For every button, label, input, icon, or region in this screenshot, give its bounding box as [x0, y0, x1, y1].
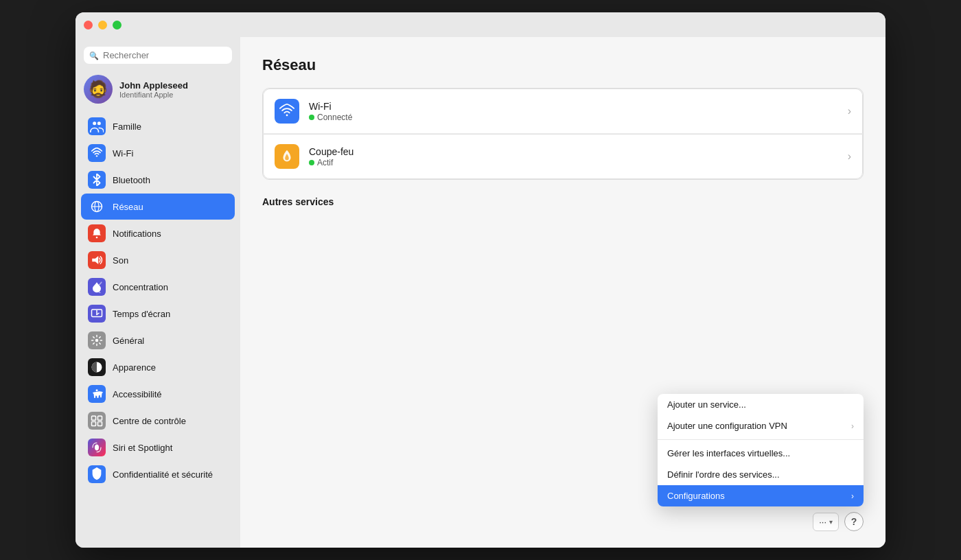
search-input[interactable]: [84, 47, 232, 64]
sidebar-item-centre-controle[interactable]: Centre de contrôle: [81, 408, 235, 434]
autres-services-label: Autres services: [262, 196, 864, 207]
wifi-status-dot: [309, 115, 314, 120]
dropdown-item-label-ajouter-service: Ajouter un service...: [667, 399, 746, 410]
dropdown-item-label-definir-ordre: Définir l'ordre des services...: [667, 469, 780, 480]
firewall-status-dot: [309, 160, 314, 165]
dropdown-item-configurations[interactable]: Configurations ›: [658, 485, 864, 506]
sidebar-item-label-wifi: Wi-Fi: [113, 148, 133, 159]
sidebar-item-general[interactable]: Général: [81, 327, 235, 353]
siri-icon: [88, 439, 106, 456]
sidebar-item-label-apparence: Apparence: [113, 362, 156, 373]
sidebar-item-label-reseau: Réseau: [113, 202, 143, 212]
sidebar-item-wifi[interactable]: Wi-Fi: [81, 140, 235, 166]
firewall-icon: [279, 149, 294, 164]
apparence-icon: [88, 358, 106, 376]
sidebar: 🔍 🧔 John Appleseed Identifiant Apple Fam: [76, 37, 240, 548]
sidebar-item-siri[interactable]: Siri et Spotlight: [81, 434, 235, 460]
wifi-service-info: Wi-Fi Connecté: [309, 101, 848, 122]
submenu-chevron-icon: ›: [851, 491, 854, 501]
sidebar-items: Famille Wi-Fi Bluetooth Réseau Notificat…: [76, 112, 240, 489]
sidebar-item-label-temps-ecran: Temps d'écran: [113, 309, 170, 319]
help-label: ?: [851, 516, 857, 527]
wifi-icon: [279, 104, 294, 119]
wifi-chevron-icon: ›: [848, 105, 851, 117]
temps-ecran-icon: [88, 305, 106, 323]
svg-point-2: [96, 155, 97, 156]
svg-rect-15: [98, 416, 102, 420]
sidebar-item-apparence[interactable]: Apparence: [81, 354, 235, 380]
svg-rect-16: [92, 422, 96, 426]
concentration-icon: [88, 278, 106, 296]
wifi-service-status: Connecté: [309, 113, 848, 122]
avatar: 🧔: [84, 75, 113, 104]
firewall-service-status: Actif: [309, 158, 848, 167]
maximize-button[interactable]: [113, 21, 121, 30]
service-card-firewall[interactable]: Coupe-feu Actif ›: [263, 134, 863, 179]
service-card-wifi[interactable]: Wi-Fi Connecté ›: [263, 89, 863, 134]
main-window: 🔍 🧔 John Appleseed Identifiant Apple Fam: [76, 12, 885, 548]
svg-point-6: [96, 237, 98, 239]
reseau-icon: [88, 198, 106, 215]
sidebar-item-accessibilite[interactable]: Accessibilité: [81, 381, 235, 407]
notifications-icon: [88, 224, 106, 242]
sidebar-item-label-bluetooth: Bluetooth: [113, 175, 150, 185]
more-options-button[interactable]: ··· ▾: [813, 513, 839, 531]
sidebar-item-label-confidentialite: Confidentialité et sécurité: [113, 469, 213, 480]
dropdown-item-definir-ordre[interactable]: Définir l'ordre des services...: [658, 464, 864, 485]
chevron-down-icon: ▾: [829, 518, 833, 526]
svg-rect-17: [98, 422, 102, 426]
sidebar-item-bluetooth[interactable]: Bluetooth: [81, 167, 235, 193]
dropdown-item-label-gerer-interfaces: Gérer les interfaces virtuelles...: [667, 448, 790, 458]
user-profile[interactable]: 🧔 John Appleseed Identifiant Apple: [76, 71, 240, 112]
search-container: 🔍: [76, 43, 240, 71]
wifi-status-text: Connecté: [317, 113, 352, 122]
famille-icon: [88, 117, 106, 135]
sidebar-item-confidentialite[interactable]: Confidentialité et sécurité: [81, 461, 235, 487]
sidebar-item-label-siri: Siri et Spotlight: [113, 443, 172, 453]
help-button[interactable]: ?: [844, 512, 864, 531]
dropdown-item-label-ajouter-vpn: Ajouter une configuration VPN: [667, 421, 787, 431]
centre-controle-icon: [88, 412, 106, 430]
user-subtitle: Identifiant Apple: [119, 91, 188, 99]
sidebar-item-son[interactable]: Son: [81, 247, 235, 273]
svg-point-13: [96, 389, 98, 391]
page-title: Réseau: [262, 56, 864, 74]
sidebar-item-label-famille: Famille: [113, 121, 141, 132]
sidebar-item-notifications[interactable]: Notifications: [81, 220, 235, 246]
svg-point-0: [93, 121, 96, 125]
titlebar: [76, 12, 885, 37]
dropdown-item-label-configurations: Configurations: [667, 491, 725, 501]
sidebar-item-temps-ecran[interactable]: Temps d'écran: [81, 301, 235, 327]
dropdown-item-ajouter-service[interactable]: Ajouter un service...: [658, 394, 864, 415]
sidebar-item-label-notifications: Notifications: [113, 229, 161, 239]
dots-label: ···: [819, 517, 826, 527]
sidebar-item-reseau[interactable]: Réseau: [81, 194, 235, 220]
minimize-button[interactable]: [98, 21, 107, 30]
bluetooth-icon: [88, 171, 106, 189]
firewall-service-name: Coupe-feu: [309, 146, 848, 157]
confidentialite-icon: [88, 465, 106, 483]
firewall-service-icon-wrap: [275, 144, 299, 169]
dropdown-item-gerer-interfaces[interactable]: Gérer les interfaces virtuelles...: [658, 443, 864, 464]
content-area: 🔍 🧔 John Appleseed Identifiant Apple Fam: [76, 37, 885, 548]
main-content: Réseau Wi-Fi: [240, 37, 885, 548]
sidebar-item-concentration[interactable]: Concentration: [81, 274, 235, 300]
sidebar-item-famille[interactable]: Famille: [81, 113, 235, 139]
search-wrapper: 🔍: [84, 47, 232, 64]
svg-rect-14: [92, 416, 96, 420]
firewall-service-info: Coupe-feu Actif: [309, 146, 848, 167]
user-info: John Appleseed Identifiant Apple: [119, 80, 188, 99]
dropdown-divider-2: [658, 439, 864, 440]
firewall-chevron-icon: ›: [848, 150, 851, 163]
general-icon: [88, 331, 106, 349]
svg-point-11: [95, 339, 99, 342]
sidebar-item-label-son: Son: [113, 255, 128, 266]
dropdown-item-ajouter-vpn[interactable]: Ajouter une configuration VPN ›: [658, 415, 864, 436]
close-button[interactable]: [84, 21, 93, 30]
svg-point-18: [286, 115, 288, 117]
services-group: Wi-Fi Connecté ›: [262, 88, 864, 180]
wifi-icon: [88, 144, 106, 162]
dropdown-menu: Ajouter un service... Ajouter une config…: [658, 394, 864, 506]
search-icon: 🔍: [89, 51, 99, 60]
sidebar-item-label-centre-controle: Centre de contrôle: [113, 416, 186, 426]
